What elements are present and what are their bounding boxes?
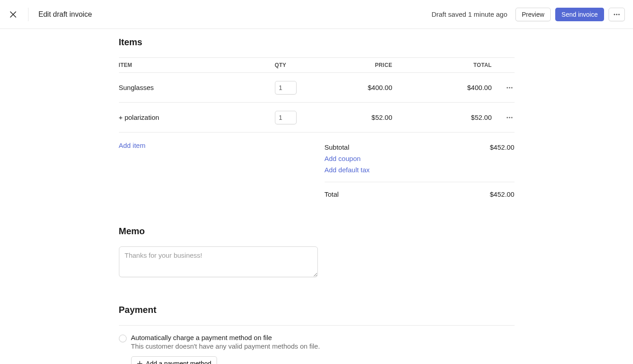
draft-status: Draft saved 1 minute ago — [431, 10, 507, 18]
svg-point-1 — [616, 14, 618, 15]
item-name: + polarization — [119, 113, 275, 121]
item-total: $400.00 — [392, 84, 492, 91]
row-more-button[interactable] — [505, 83, 515, 93]
col-header-item: ITEM — [119, 62, 275, 68]
memo-heading: Memo — [119, 226, 515, 236]
add-tax-link[interactable]: Add default tax — [325, 166, 370, 174]
content: Items ITEM QTY PRICE TOTAL Sunglasses $4… — [119, 29, 515, 364]
qty-input[interactable] — [275, 111, 297, 124]
items-table-header: ITEM QTY PRICE TOTAL — [119, 57, 515, 73]
table-row: + polarization $52.00 $52.00 — [119, 103, 515, 132]
separator — [28, 8, 28, 21]
auto-charge-label: Automatically charge a payment method on… — [131, 334, 320, 341]
auto-charge-radio[interactable] — [119, 335, 127, 342]
add-coupon-link[interactable]: Add coupon — [325, 155, 361, 162]
row-more-button[interactable] — [505, 113, 515, 123]
items-heading: Items — [119, 37, 515, 47]
svg-point-0 — [614, 14, 615, 15]
close-button[interactable] — [8, 9, 18, 19]
svg-point-7 — [509, 117, 510, 118]
topbar-left: Edit draft invoice — [8, 8, 92, 21]
summary: Subtotal $452.00 Add coupon Add default … — [325, 142, 515, 200]
add-item-link[interactable]: Add item — [119, 142, 146, 149]
payment-heading: Payment — [119, 305, 515, 315]
auto-charge-option: Automatically charge a payment method on… — [119, 334, 515, 350]
svg-point-6 — [506, 117, 508, 118]
dots-horizontal-icon — [614, 14, 620, 15]
close-icon — [10, 11, 16, 18]
topbar: Edit draft invoice Draft saved 1 minute … — [0, 0, 633, 29]
svg-point-5 — [511, 87, 512, 88]
item-price: $52.00 — [320, 113, 392, 121]
memo-textarea[interactable] — [119, 246, 318, 277]
item-price: $400.00 — [320, 84, 392, 91]
plus-icon — [137, 361, 142, 364]
send-invoice-button[interactable]: Send invoice — [555, 8, 604, 21]
svg-point-3 — [506, 87, 508, 88]
items-table: ITEM QTY PRICE TOTAL Sunglasses $400.00 … — [119, 57, 515, 132]
add-payment-method-label: Add a payment method — [146, 360, 212, 364]
payment-divider — [119, 325, 515, 326]
topbar-right: Draft saved 1 minute ago Preview Send in… — [431, 8, 625, 21]
below-table: Add item Subtotal $452.00 Add coupon Add… — [119, 142, 515, 200]
item-name: Sunglasses — [119, 84, 275, 91]
col-header-qty: QTY — [275, 62, 320, 68]
svg-point-2 — [619, 14, 620, 15]
total-label: Total — [325, 190, 339, 198]
dots-horizontal-icon — [506, 87, 513, 89]
payment-section: Payment Automatically charge a payment m… — [119, 305, 515, 364]
page-title: Edit draft invoice — [38, 10, 92, 19]
qty-input[interactable] — [275, 81, 297, 95]
col-header-total: TOTAL — [392, 62, 492, 68]
summary-divider — [325, 182, 515, 182]
dots-horizontal-icon — [506, 117, 513, 118]
item-total: $52.00 — [392, 113, 492, 121]
more-actions-button[interactable] — [609, 8, 625, 21]
svg-point-4 — [509, 87, 510, 88]
add-payment-method-button[interactable]: Add a payment method — [131, 356, 217, 364]
svg-point-8 — [511, 117, 512, 118]
total-value: $452.00 — [490, 190, 514, 198]
table-row: Sunglasses $400.00 $400.00 — [119, 73, 515, 103]
subtotal-label: Subtotal — [325, 143, 350, 151]
col-header-price: PRICE — [320, 62, 392, 68]
preview-button[interactable]: Preview — [515, 8, 551, 21]
items-section: Items ITEM QTY PRICE TOTAL Sunglasses $4… — [119, 37, 515, 200]
auto-charge-subtext: This customer doesn't have any valid pay… — [131, 342, 320, 350]
memo-section: Memo — [119, 226, 515, 279]
subtotal-value: $452.00 — [490, 143, 514, 151]
